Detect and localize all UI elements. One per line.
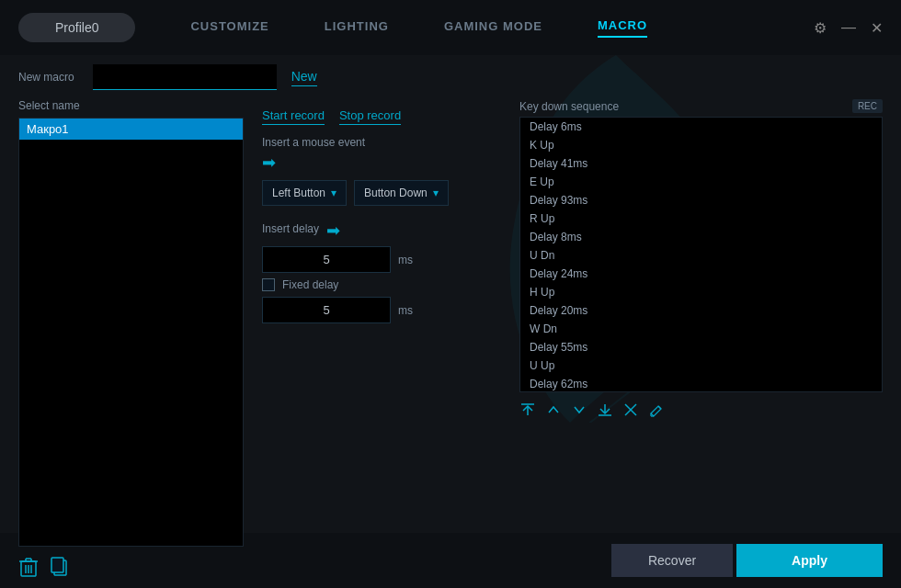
key-seq-item[interactable]: H Up (520, 283, 882, 301)
delay-input[interactable] (262, 246, 391, 273)
key-seq-item[interactable]: Delay 24ms (520, 265, 882, 283)
key-seq-item[interactable]: Delay 62ms (520, 375, 882, 392)
rec-badge: REC (852, 99, 883, 113)
fixed-delay-row: Fixed delay (262, 278, 501, 291)
trash-icon (18, 556, 39, 578)
move-bottom-button[interactable] (597, 401, 613, 422)
key-seq-item[interactable]: Delay 20ms (520, 301, 882, 320)
key-seq-item[interactable]: Delay 8ms (520, 228, 882, 246)
new-macro-label: New macro (18, 71, 74, 84)
start-record-button[interactable]: Start record (262, 108, 325, 125)
left-button-value: Left Button (272, 187, 325, 199)
tab-lighting[interactable]: LIGHTING (325, 18, 389, 38)
chevron-down-icon: ▾ (331, 187, 336, 199)
tab-gaming-mode[interactable]: GAMING MODE (444, 18, 542, 38)
right-panel: Key down sequence REC Delay 6ms K Up Del… (519, 99, 883, 588)
arrow-right-icon-2: ➡ (326, 220, 340, 241)
move-bottom-icon (597, 401, 613, 418)
move-up-button[interactable] (545, 401, 562, 422)
delete-macro-button[interactable] (18, 556, 39, 582)
key-seq-item[interactable]: W Dn (520, 320, 882, 338)
mouse-dropdowns: Left Button ▾ Button Down ▾ (262, 180, 501, 206)
edit-item-button[interactable] (648, 401, 665, 422)
profile-button[interactable]: Profile0 (18, 13, 135, 42)
new-macro-input[interactable] (93, 64, 277, 90)
move-up-icon (545, 401, 562, 418)
new-button[interactable]: New (291, 69, 317, 86)
key-seq-item[interactable]: U Up (520, 356, 882, 375)
left-button-dropdown[interactable]: Left Button ▾ (262, 180, 347, 206)
key-seq-actions (519, 396, 883, 427)
key-seq-item[interactable]: Delay 41ms (520, 154, 882, 173)
window-controls: ⚙ — ✕ (814, 19, 883, 37)
ms-label: ms (398, 254, 413, 266)
fixed-delay-input[interactable] (262, 297, 391, 323)
fixed-delay-input-row: ms (262, 297, 501, 323)
chevron-down-icon-2: ▾ (433, 187, 439, 199)
button-direction-dropdown[interactable]: Button Down ▾ (354, 180, 449, 206)
fixed-delay-checkbox[interactable] (262, 278, 275, 291)
fixed-delay-label: Fixed delay (282, 278, 338, 291)
tab-customize[interactable]: CUSTOMIZE (190, 18, 268, 38)
svg-rect-9 (51, 558, 63, 572)
move-down-icon (571, 401, 587, 418)
tab-macro[interactable]: MACRO (598, 18, 647, 38)
record-row: Start record Stop record (262, 108, 501, 125)
move-top-button[interactable] (519, 401, 536, 422)
delete-item-button[interactable] (622, 401, 639, 422)
settings-button[interactable]: ⚙ (814, 19, 827, 37)
key-seq-label: Key down sequence (519, 100, 619, 113)
key-seq-header: Key down sequence REC (519, 99, 883, 113)
fixed-ms-label: ms (398, 304, 413, 317)
stop-record-button[interactable]: Stop record (339, 108, 401, 125)
body-section: Select name Макро1 (18, 99, 883, 588)
list-actions (18, 550, 244, 588)
macro-list-item[interactable]: Макро1 (19, 119, 243, 140)
left-panel: Select name Макро1 (18, 99, 244, 588)
button-direction-value: Button Down (364, 187, 428, 199)
delete-icon (622, 401, 639, 418)
svg-line-14 (658, 406, 661, 409)
new-macro-row: New macro New (18, 64, 883, 90)
middle-panel: Start record Stop record Insert a mouse … (262, 99, 501, 588)
key-seq-item[interactable]: K Up (520, 136, 882, 154)
delay-row: ms (262, 246, 501, 273)
copy-icon (50, 556, 70, 578)
key-seq-item[interactable]: U Dn (520, 246, 882, 265)
key-seq-item[interactable]: R Up (520, 209, 882, 228)
main-content: New macro New Select name Макро1 (0, 55, 901, 588)
key-seq-item[interactable]: Delay 55ms (520, 338, 882, 356)
select-name-label: Select name (18, 99, 244, 112)
key-seq-item[interactable]: E Up (520, 173, 882, 191)
move-top-icon (519, 401, 536, 418)
delay-label: Insert delay (262, 222, 319, 235)
edit-icon (648, 401, 665, 418)
title-bar: Profile0 CUSTOMIZE LIGHTING GAMING MODE … (0, 0, 901, 55)
copy-macro-button[interactable] (50, 556, 70, 582)
close-button[interactable]: ✕ (871, 19, 883, 37)
key-seq-list[interactable]: Delay 6ms K Up Delay 41ms E Up Delay 93m… (519, 117, 883, 392)
key-seq-item[interactable]: Delay 93ms (520, 191, 882, 209)
delay-section: Insert delay ➡ ms Fixed delay ms (262, 220, 501, 323)
mouse-event-label: Insert a mouse event (262, 136, 501, 149)
nav-tabs: CUSTOMIZE LIGHTING GAMING MODE MACRO (190, 18, 814, 38)
arrow-right-icon: ➡ (262, 153, 276, 173)
mouse-event-section: Insert a mouse event ➡ Left Button ▾ But… (262, 136, 501, 206)
move-down-button[interactable] (571, 401, 587, 422)
mouse-event-row: ➡ (262, 153, 501, 173)
key-seq-item[interactable]: Delay 6ms (520, 118, 882, 136)
macro-list[interactable]: Макро1 (18, 118, 244, 547)
minimize-button[interactable]: — (841, 19, 856, 36)
